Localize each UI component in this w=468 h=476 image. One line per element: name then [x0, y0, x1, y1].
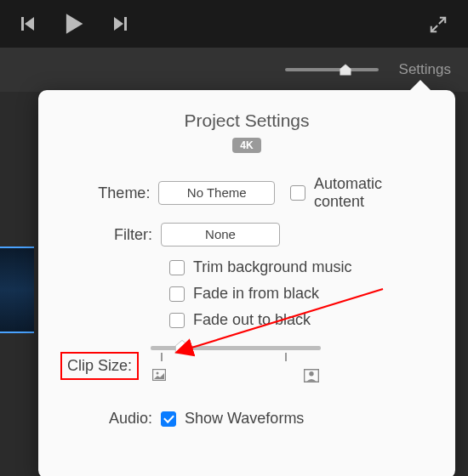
thumbnail-large-icon — [304, 369, 319, 386]
fade-out-label: Fade out to black — [193, 311, 311, 329]
playback-options: Trim background music Fade in from black… — [169, 258, 433, 329]
automatic-content-checkbox[interactable] — [290, 185, 305, 201]
audio-row: Audio: Show Waveforms — [60, 410, 433, 428]
timeline-clip-thumbnail[interactable] — [0, 246, 34, 333]
clip-size-slider-wrap — [151, 346, 433, 386]
thumbnail-small-icon — [152, 369, 166, 386]
clip-size-slider[interactable] — [151, 346, 321, 350]
settings-button[interactable]: Settings — [399, 61, 451, 78]
project-settings-panel: Project Settings 4K Theme: No Theme Auto… — [38, 90, 455, 476]
slider-tick-min — [161, 353, 163, 361]
popover-arrow — [408, 80, 432, 92]
svg-rect-0 — [21, 17, 24, 31]
fade-in-checkbox[interactable] — [169, 286, 185, 302]
svg-marker-2 — [66, 14, 83, 33]
play-icon[interactable] — [63, 13, 85, 35]
clip-size-thumb-icon[interactable] — [173, 337, 191, 356]
filter-select[interactable]: None — [161, 223, 280, 246]
fade-out-checkbox[interactable] — [169, 313, 185, 328]
fade-in-option: Fade in from black — [169, 285, 433, 303]
fade-out-option: Fade out to black — [169, 311, 433, 329]
svg-rect-4 — [124, 17, 127, 31]
fade-in-label: Fade in from black — [193, 285, 319, 303]
zoom-slider[interactable] — [285, 68, 379, 71]
trim-bg-checkbox[interactable] — [169, 260, 185, 275]
slider-tick-max — [285, 353, 287, 361]
filter-label: Filter: — [60, 226, 161, 244]
resolution-badge: 4K — [232, 138, 261, 153]
fullscreen-icon[interactable] — [429, 15, 448, 37]
svg-marker-3 — [114, 17, 123, 31]
playback-toolbar — [0, 0, 468, 48]
clip-size-label: Clip Size: — [60, 352, 139, 380]
theme-row: Theme: No Theme Automatic content — [60, 175, 433, 211]
automatic-content-option: Automatic content — [290, 175, 433, 211]
clip-size-row: Clip Size: — [60, 346, 433, 386]
trim-bg-option: Trim background music — [169, 258, 433, 276]
svg-point-6 — [157, 372, 159, 375]
play-controls — [20, 13, 128, 35]
panel-title: Project Settings — [60, 110, 433, 131]
skip-back-icon[interactable] — [20, 16, 36, 31]
svg-point-8 — [309, 371, 313, 376]
theme-select[interactable]: No Theme — [158, 181, 275, 205]
trim-bg-label: Trim background music — [193, 258, 351, 276]
filter-row: Filter: None — [60, 223, 433, 246]
settings-bar: Settings — [0, 48, 468, 92]
show-waveforms-checkbox[interactable] — [161, 411, 176, 427]
theme-label: Theme: — [60, 184, 158, 202]
show-waveforms-label: Show Waveforms — [185, 410, 304, 428]
zoom-slider-thumb-icon[interactable] — [338, 62, 353, 77]
skip-forward-icon[interactable] — [112, 16, 128, 31]
show-waveforms-option: Show Waveforms — [161, 410, 304, 428]
clip-size-scale-icons — [151, 369, 321, 386]
svg-marker-1 — [25, 17, 34, 31]
automatic-content-label: Automatic content — [314, 175, 433, 211]
audio-label: Audio: — [60, 410, 161, 428]
